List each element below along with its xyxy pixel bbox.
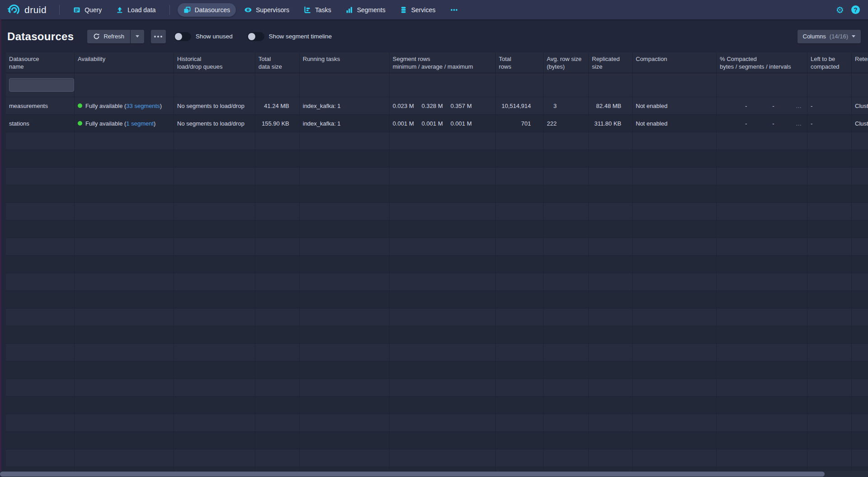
datasource-name-cell[interactable]: measurements (6, 97, 75, 114)
empty-cell (255, 256, 300, 273)
empty-cell (544, 326, 589, 343)
total-rows-cell: 701 (496, 115, 544, 132)
empty-cell (174, 273, 255, 290)
horizontal-scrollbar-thumb[interactable] (0, 472, 825, 477)
empty-cell (807, 168, 852, 185)
segments-link[interactable]: 1 segment (126, 120, 154, 127)
empty-cell (255, 238, 300, 255)
empty-cell (807, 291, 852, 308)
empty-cell (75, 168, 174, 185)
empty-cell (852, 168, 868, 185)
retention-cell[interactable]: Cluster default (852, 115, 868, 132)
top-navigation-bar: druid Query Load data Datasources (0, 0, 868, 20)
column-header-replicated-size[interactable]: Replicatedsize (589, 52, 633, 73)
segments-link[interactable]: 33 segments (126, 103, 160, 109)
help-icon[interactable]: ? (851, 5, 860, 14)
empty-cell (589, 414, 633, 431)
empty-cell (6, 203, 75, 220)
nav-item-datasources[interactable]: Datasources (178, 3, 236, 17)
empty-cell (75, 467, 174, 471)
empty-cell (6, 379, 75, 396)
column-header-historical-queues[interactable]: Historicalload/drop queues (174, 52, 255, 73)
column-header-datasource-name[interactable]: Datasourcename (6, 52, 75, 73)
availability-text: ) (154, 120, 155, 127)
horizontal-scrollbar (0, 471, 868, 477)
column-header-pct-compacted[interactable]: % Compactedbytes / segments / intervals (717, 52, 807, 73)
column-header-total-data-size[interactable]: Totaldata size (255, 52, 300, 73)
empty-cell (300, 379, 389, 396)
column-header-availability[interactable]: Availability (75, 52, 174, 73)
nav-item-supervisors[interactable]: Supervisors (239, 3, 295, 17)
empty-cell (633, 309, 717, 326)
empty-cell (589, 238, 633, 255)
empty-cell (589, 467, 633, 471)
empty-cell (300, 397, 389, 414)
empty-cell (6, 238, 75, 255)
show-segment-timeline-toggle[interactable] (247, 32, 264, 41)
running-tasks-cell: index_kafka: 1 (300, 115, 389, 132)
empty-cell (174, 397, 255, 414)
nav-item-tasks[interactable]: Tasks (298, 3, 337, 17)
more-actions-button[interactable] (151, 30, 166, 43)
empty-cell (255, 467, 300, 471)
empty-cell (75, 256, 174, 273)
gear-icon[interactable]: ⚙ (836, 5, 844, 14)
empty-cell (496, 203, 544, 220)
empty-cell (633, 220, 717, 238)
empty-cell (6, 326, 75, 343)
refresh-button[interactable]: Refresh (87, 30, 130, 43)
empty-cell (75, 397, 174, 414)
nav-divider (59, 5, 60, 15)
empty-cell (633, 256, 717, 273)
refresh-dropdown-button[interactable] (131, 30, 144, 43)
empty-cell (6, 361, 75, 379)
column-header-segment-rows[interactable]: Segment rowsminimum / average / maximum (389, 52, 496, 73)
empty-cell (75, 220, 174, 238)
empty-cell (300, 361, 389, 379)
nav-item-load-data[interactable]: Load data (110, 3, 161, 17)
empty-cell (300, 467, 389, 471)
column-header-left-to-be-compacted[interactable]: Left to becompacted (807, 52, 852, 73)
table-empty-row (6, 203, 868, 220)
empty-cell (6, 291, 75, 308)
empty-cell (389, 309, 496, 326)
empty-cell (255, 273, 300, 290)
empty-cell (255, 326, 300, 343)
retention-cell[interactable]: Cluster default (852, 97, 868, 114)
empty-cell (174, 449, 255, 467)
druid-logo[interactable]: druid (7, 3, 47, 17)
empty-cell (496, 273, 544, 290)
nav-item-services[interactable]: Services (394, 3, 441, 17)
column-header-running-tasks[interactable]: Running tasks (300, 52, 389, 73)
table-row: measurements Fully available (33 segment… (6, 97, 868, 115)
empty-cell (300, 185, 389, 202)
column-header-retention[interactable]: Retention (852, 52, 868, 73)
nav-item-segments[interactable]: Segments (340, 3, 391, 17)
column-header-compaction[interactable]: Compaction (633, 52, 717, 73)
empty-cell (496, 150, 544, 167)
empty-cell (75, 414, 174, 431)
empty-cell (300, 132, 389, 150)
empty-cell (852, 238, 868, 255)
empty-cell (544, 132, 589, 150)
datasource-filter-input[interactable] (9, 78, 74, 92)
empty-cell (496, 344, 544, 361)
show-unused-toggle[interactable] (174, 32, 191, 41)
empty-cell (807, 273, 852, 290)
empty-cell (496, 397, 544, 414)
empty-cell (544, 309, 589, 326)
empty-cell (300, 432, 389, 449)
empty-cell (389, 432, 496, 449)
datasource-name-cell[interactable]: stations (6, 115, 75, 132)
empty-cell (389, 291, 496, 308)
nav-item-more[interactable] (444, 3, 464, 17)
table-empty-row (6, 467, 868, 471)
empty-cell (6, 467, 75, 471)
empty-cell (300, 291, 389, 308)
column-header-total-rows[interactable]: Totalrows (496, 52, 544, 73)
load-drop-queues-cell: No segments to load/drop (174, 97, 255, 114)
nav-item-query[interactable]: Query (67, 3, 108, 17)
column-header-avg-row-size[interactable]: Avg. row size(bytes) (544, 52, 589, 73)
columns-button[interactable]: Columns (14/16) (798, 30, 861, 43)
empty-cell (589, 168, 633, 185)
